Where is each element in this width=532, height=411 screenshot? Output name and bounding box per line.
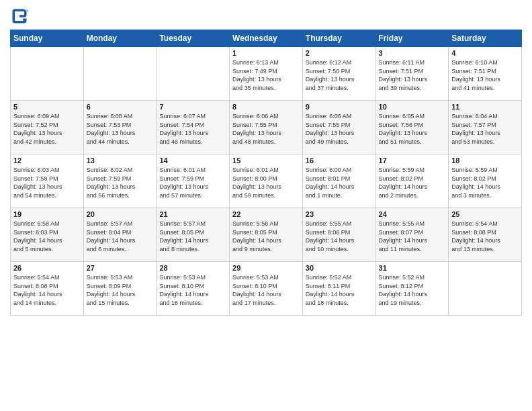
calendar-table: SundayMondayTuesdayWednesdayThursdayFrid… <box>10 30 522 316</box>
day-info: Sunrise: 6:00 AM Sunset: 8:01 PM Dayligh… <box>306 166 373 199</box>
day-number: 3 <box>379 49 446 57</box>
day-number: 1 <box>232 49 300 57</box>
day-number: 6 <box>87 103 154 111</box>
calendar-week-1: 1Sunrise: 6:13 AM Sunset: 7:49 PM Daylig… <box>11 47 522 101</box>
calendar-cell: 25Sunrise: 5:54 AM Sunset: 8:08 PM Dayli… <box>449 208 522 262</box>
day-info: Sunrise: 6:03 AM Sunset: 7:58 PM Dayligh… <box>13 166 81 199</box>
calendar-cell: 2Sunrise: 6:12 AM Sunset: 7:50 PM Daylig… <box>302 47 375 101</box>
day-info: Sunrise: 5:53 AM Sunset: 8:10 PM Dayligh… <box>232 273 300 307</box>
day-number: 29 <box>232 264 300 272</box>
calendar-cell: 27Sunrise: 5:53 AM Sunset: 8:09 PM Dayli… <box>83 262 157 316</box>
day-number: 26 <box>13 264 81 272</box>
day-info: Sunrise: 6:01 AM Sunset: 7:59 PM Dayligh… <box>159 166 226 199</box>
day-number: 2 <box>306 49 373 57</box>
day-info: Sunrise: 6:12 AM Sunset: 7:50 PM Dayligh… <box>306 58 373 92</box>
day-number: 5 <box>13 103 81 111</box>
weekday-header-friday: Friday <box>375 30 449 47</box>
weekday-header-tuesday: Tuesday <box>157 30 230 47</box>
day-info: Sunrise: 6:06 AM Sunset: 7:55 PM Dayligh… <box>306 112 373 146</box>
calendar-cell: 28Sunrise: 5:53 AM Sunset: 8:10 PM Dayli… <box>157 262 230 316</box>
calendar-cell: 17Sunrise: 5:59 AM Sunset: 8:02 PM Dayli… <box>375 154 449 208</box>
day-info: Sunrise: 5:56 AM Sunset: 8:05 PM Dayligh… <box>232 220 300 253</box>
calendar-week-3: 12Sunrise: 6:03 AM Sunset: 7:58 PM Dayli… <box>11 154 522 208</box>
day-info: Sunrise: 6:08 AM Sunset: 7:53 PM Dayligh… <box>87 112 154 146</box>
calendar-cell: 10Sunrise: 6:05 AM Sunset: 7:56 PM Dayli… <box>375 101 449 154</box>
day-number: 12 <box>13 156 81 165</box>
weekday-header-saturday: Saturday <box>449 30 522 47</box>
calendar-cell: 29Sunrise: 5:53 AM Sunset: 8:10 PM Dayli… <box>230 262 303 316</box>
calendar-cell: 12Sunrise: 6:03 AM Sunset: 7:58 PM Dayli… <box>11 154 84 208</box>
weekday-header-wednesday: Wednesday <box>230 30 303 47</box>
day-number: 16 <box>306 156 373 165</box>
calendar-cell: 26Sunrise: 5:54 AM Sunset: 8:08 PM Dayli… <box>11 262 84 316</box>
day-number: 8 <box>232 103 300 111</box>
calendar-week-4: 19Sunrise: 5:58 AM Sunset: 8:03 PM Dayli… <box>11 208 522 262</box>
day-number: 23 <box>306 210 373 218</box>
day-info: Sunrise: 5:57 AM Sunset: 8:05 PM Dayligh… <box>159 220 226 253</box>
day-info: Sunrise: 6:04 AM Sunset: 7:57 PM Dayligh… <box>451 112 519 146</box>
day-info: Sunrise: 6:01 AM Sunset: 8:00 PM Dayligh… <box>232 166 300 199</box>
weekday-header-thursday: Thursday <box>302 30 375 47</box>
page: SundayMondayTuesdayWednesdayThursdayFrid… <box>0 0 532 411</box>
calendar-cell: 19Sunrise: 5:58 AM Sunset: 8:03 PM Dayli… <box>11 208 84 262</box>
day-info: Sunrise: 5:57 AM Sunset: 8:04 PM Dayligh… <box>87 220 154 253</box>
weekday-header-row: SundayMondayTuesdayWednesdayThursdayFrid… <box>11 30 522 47</box>
day-info: Sunrise: 5:54 AM Sunset: 8:08 PM Dayligh… <box>13 273 81 307</box>
calendar-cell: 9Sunrise: 6:06 AM Sunset: 7:55 PM Daylig… <box>302 101 375 154</box>
logo-icon <box>10 7 29 26</box>
day-info: Sunrise: 6:10 AM Sunset: 7:51 PM Dayligh… <box>451 58 519 92</box>
day-info: Sunrise: 5:59 AM Sunset: 8:02 PM Dayligh… <box>379 166 446 199</box>
day-number: 28 <box>159 264 226 272</box>
day-info: Sunrise: 6:02 AM Sunset: 7:59 PM Dayligh… <box>87 166 154 199</box>
calendar-cell: 22Sunrise: 5:56 AM Sunset: 8:05 PM Dayli… <box>230 208 303 262</box>
day-number: 9 <box>306 103 373 111</box>
day-info: Sunrise: 6:09 AM Sunset: 7:52 PM Dayligh… <box>13 112 81 146</box>
calendar-cell <box>83 47 157 101</box>
day-number: 18 <box>451 156 519 165</box>
header <box>10 7 522 26</box>
day-info: Sunrise: 5:55 AM Sunset: 8:06 PM Dayligh… <box>306 220 373 253</box>
calendar-cell <box>11 47 84 101</box>
day-number: 15 <box>232 156 300 165</box>
calendar-cell: 13Sunrise: 6:02 AM Sunset: 7:59 PM Dayli… <box>83 154 157 208</box>
day-info: Sunrise: 6:05 AM Sunset: 7:56 PM Dayligh… <box>379 112 446 146</box>
calendar-cell: 11Sunrise: 6:04 AM Sunset: 7:57 PM Dayli… <box>449 101 522 154</box>
day-number: 17 <box>379 156 446 165</box>
calendar-cell: 5Sunrise: 6:09 AM Sunset: 7:52 PM Daylig… <box>11 101 84 154</box>
weekday-header-monday: Monday <box>83 30 157 47</box>
day-info: Sunrise: 5:53 AM Sunset: 8:09 PM Dayligh… <box>87 273 154 307</box>
day-number: 22 <box>232 210 300 218</box>
day-info: Sunrise: 5:52 AM Sunset: 8:11 PM Dayligh… <box>306 273 373 307</box>
calendar-cell: 14Sunrise: 6:01 AM Sunset: 7:59 PM Dayli… <box>157 154 230 208</box>
day-info: Sunrise: 5:52 AM Sunset: 8:12 PM Dayligh… <box>379 273 446 307</box>
day-info: Sunrise: 6:07 AM Sunset: 7:54 PM Dayligh… <box>159 112 226 146</box>
calendar-cell: 24Sunrise: 5:55 AM Sunset: 8:07 PM Dayli… <box>375 208 449 262</box>
calendar-cell: 4Sunrise: 6:10 AM Sunset: 7:51 PM Daylig… <box>449 47 522 101</box>
day-info: Sunrise: 5:59 AM Sunset: 8:02 PM Dayligh… <box>451 166 519 199</box>
day-info: Sunrise: 5:58 AM Sunset: 8:03 PM Dayligh… <box>13 220 81 253</box>
calendar-cell: 3Sunrise: 6:11 AM Sunset: 7:51 PM Daylig… <box>375 47 449 101</box>
calendar-cell: 8Sunrise: 6:06 AM Sunset: 7:55 PM Daylig… <box>230 101 303 154</box>
day-number: 10 <box>379 103 446 111</box>
calendar-cell: 31Sunrise: 5:52 AM Sunset: 8:12 PM Dayli… <box>375 262 449 316</box>
day-info: Sunrise: 5:55 AM Sunset: 8:07 PM Dayligh… <box>379 220 446 253</box>
calendar-cell: 21Sunrise: 5:57 AM Sunset: 8:05 PM Dayli… <box>157 208 230 262</box>
calendar-cell: 16Sunrise: 6:00 AM Sunset: 8:01 PM Dayli… <box>302 154 375 208</box>
calendar-cell <box>157 47 230 101</box>
calendar-week-2: 5Sunrise: 6:09 AM Sunset: 7:52 PM Daylig… <box>11 101 522 154</box>
day-number: 21 <box>159 210 226 218</box>
day-number: 19 <box>13 210 81 218</box>
day-number: 13 <box>87 156 154 165</box>
day-number: 4 <box>451 49 519 57</box>
calendar-cell: 7Sunrise: 6:07 AM Sunset: 7:54 PM Daylig… <box>157 101 230 154</box>
logo <box>10 7 32 26</box>
day-number: 7 <box>159 103 226 111</box>
day-info: Sunrise: 5:54 AM Sunset: 8:08 PM Dayligh… <box>451 220 519 253</box>
calendar-cell: 20Sunrise: 5:57 AM Sunset: 8:04 PM Dayli… <box>83 208 157 262</box>
day-number: 24 <box>379 210 446 218</box>
day-number: 14 <box>159 156 226 165</box>
calendar-cell <box>449 262 522 316</box>
day-number: 11 <box>451 103 519 111</box>
day-info: Sunrise: 5:53 AM Sunset: 8:10 PM Dayligh… <box>159 273 226 307</box>
calendar-cell: 23Sunrise: 5:55 AM Sunset: 8:06 PM Dayli… <box>302 208 375 262</box>
